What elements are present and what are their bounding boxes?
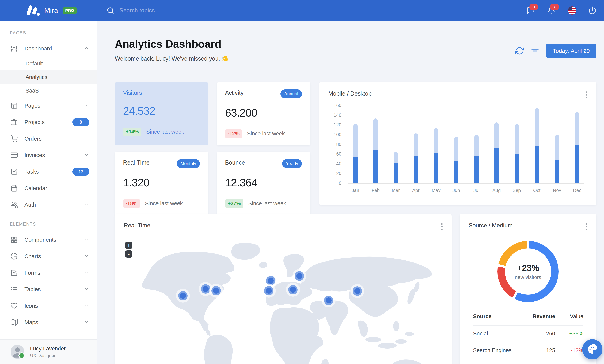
sidebar-item-components[interactable]: Components xyxy=(0,232,97,248)
sidebar-item-auth[interactable]: Auth xyxy=(0,196,97,213)
stat-card-footer: -12%Since last week xyxy=(225,129,302,138)
main-content: Analytics Dashboard Welcome back, Lucy! … xyxy=(97,21,604,364)
map-marker[interactable] xyxy=(266,276,275,285)
x-tick-label: Feb xyxy=(372,188,380,193)
donut-chart: +23% new visitors xyxy=(497,241,559,302)
sidebar-item-pages[interactable]: Pages xyxy=(0,97,97,114)
stat-card-value: 12.364 xyxy=(225,176,302,189)
sidebar-item-label: Invoices xyxy=(24,152,45,158)
sidebar-item-dashboard[interactable]: Dashboard xyxy=(0,40,97,57)
value-cell: +35% xyxy=(555,331,583,337)
sidebar-item-orders[interactable]: Orders xyxy=(0,130,97,147)
table-row: Search Engines125-12% xyxy=(473,342,583,359)
map-marker[interactable] xyxy=(324,296,333,305)
bar-sep: Sep xyxy=(515,105,519,183)
map-marker[interactable] xyxy=(288,285,298,294)
sidebar-user[interactable]: Lucy Lavender UX Designer xyxy=(0,339,97,364)
heart-icon xyxy=(11,302,18,309)
realtime-map-card: Real-Time + - xyxy=(115,214,452,364)
x-tick-label: Jul xyxy=(473,188,479,193)
list-icon xyxy=(11,286,18,293)
chart-menu-kebab-icon[interactable] xyxy=(585,91,588,99)
map-marker[interactable] xyxy=(353,286,362,296)
check-square-icon xyxy=(11,269,18,276)
sidebar-item-forms[interactable]: Forms xyxy=(0,264,97,281)
sidebar-nav: PAGESDashboardDefaultAnalyticsSaaSPagesP… xyxy=(0,21,97,344)
search-input[interactable] xyxy=(119,7,225,14)
layout-icon xyxy=(11,102,18,109)
notifications-count-badge: 7 xyxy=(550,4,559,10)
refresh-icon xyxy=(515,47,524,55)
stacked-bar-chart: 020406080100120140160 JanFebMarAprMayJun… xyxy=(328,105,588,199)
sidebar-subitem-default[interactable]: Default xyxy=(0,57,97,70)
y-axis-labels: 020406080100120140160 xyxy=(328,105,341,183)
briefcase-icon xyxy=(11,119,18,126)
map-menu-kebab-icon[interactable] xyxy=(440,223,443,231)
stat-card-title: Real-Time xyxy=(123,159,150,166)
y-tick-label: 160 xyxy=(334,103,341,108)
bar-segment-desktop xyxy=(555,135,559,160)
bar-segment-mobile xyxy=(535,146,539,183)
sidebar-item-label: Components xyxy=(24,237,56,243)
map-marker[interactable] xyxy=(178,291,188,301)
filter-button[interactable] xyxy=(531,47,539,55)
sidebar-item-label: Projects xyxy=(24,119,45,125)
stat-card-bounce: BounceYearly12.364+27%Since last week xyxy=(217,152,310,215)
users-icon xyxy=(11,201,18,208)
palette-icon xyxy=(587,344,598,355)
world-map: + - xyxy=(120,240,446,364)
sidebar-item-projects[interactable]: Projects8 xyxy=(0,114,97,130)
revenue-cell: 125 xyxy=(523,347,555,353)
bar-segment-desktop xyxy=(575,112,579,145)
bar-segment-desktop xyxy=(454,137,458,161)
stat-card-footer: -18%Since last week xyxy=(123,199,200,208)
chevron-down-icon xyxy=(84,152,89,158)
today-button[interactable]: Today: April 29 xyxy=(546,44,596,58)
language-flag-icon[interactable] xyxy=(568,6,576,15)
map-marker[interactable] xyxy=(295,271,304,281)
sidebar-item-label: Tables xyxy=(24,286,41,292)
column-header: Source xyxy=(473,313,523,320)
logout-button[interactable] xyxy=(588,6,597,15)
map-zoom-in-button[interactable]: + xyxy=(125,242,132,249)
sidebar-item-maps[interactable]: Maps xyxy=(0,314,97,331)
map-marker[interactable] xyxy=(201,284,210,294)
sidebar-item-tables[interactable]: Tables xyxy=(0,281,97,298)
map-marker[interactable] xyxy=(211,286,221,295)
navbar-search xyxy=(107,7,225,14)
sidebar-item-charts[interactable]: Charts xyxy=(0,248,97,264)
cart-icon xyxy=(11,135,18,142)
sidebar-item-tasks[interactable]: Tasks17 xyxy=(0,163,97,180)
source-menu-kebab-icon[interactable] xyxy=(585,223,588,231)
bar-segment-desktop xyxy=(394,152,398,163)
sidebar-subitem-analytics[interactable]: Analytics xyxy=(0,70,97,84)
sidebar-subitem-saas[interactable]: SaaS xyxy=(0,84,97,97)
sidebar-item-label: Orders xyxy=(24,136,42,142)
refresh-button[interactable] xyxy=(515,47,524,55)
sidebar-item-label: Icons xyxy=(24,303,38,309)
brand[interactable]: Mira PRO xyxy=(27,5,77,16)
sidebar-item-invoices[interactable]: Invoices xyxy=(0,147,97,163)
mobile-desktop-chart-card: Mobile / Desktop 020406080100120140160 J… xyxy=(319,82,596,205)
sidebar-section-label: ELEMENTS xyxy=(0,222,97,227)
map-zoom-out-button[interactable]: - xyxy=(125,251,132,258)
sidebar-item-calendar[interactable]: Calendar xyxy=(0,180,97,196)
sidebar-item-accessory xyxy=(84,102,89,109)
sidebar-item-accessory xyxy=(84,152,89,158)
bar-segment-mobile xyxy=(353,157,358,183)
messages-button[interactable]: 3 xyxy=(527,6,535,15)
map-marker[interactable] xyxy=(264,286,274,295)
theme-settings-fab[interactable] xyxy=(582,339,603,360)
notifications-button[interactable]: 7 xyxy=(547,6,556,15)
search-icon xyxy=(107,7,114,14)
stat-period-badge: Annual xyxy=(280,89,302,98)
bar-mar: Mar xyxy=(394,105,398,183)
welcome-text: Welcome back, Lucy! We've missed you. xyxy=(115,55,229,62)
stat-change-badge: -12% xyxy=(225,129,242,138)
pie-chart-icon xyxy=(11,253,18,260)
top-navbar: Mira PRO 3 7 xyxy=(0,0,604,21)
source-cell: Search Engines xyxy=(473,347,523,353)
layout-icon xyxy=(11,102,18,109)
bar-segment-mobile xyxy=(575,145,579,183)
sidebar-item-icons[interactable]: Icons xyxy=(0,298,97,314)
